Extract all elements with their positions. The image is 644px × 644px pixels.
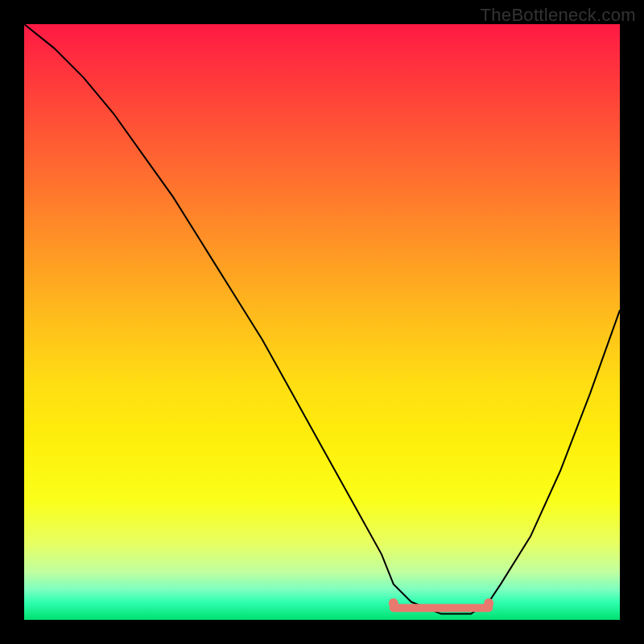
plot-area: [24, 24, 620, 620]
watermark-text: TheBottleneck.com: [481, 5, 636, 26]
chart-container: TheBottleneck.com: [0, 0, 644, 644]
curve-svg: [24, 24, 620, 620]
optimal-band-start-icon: [389, 598, 398, 608]
bottleneck-curve: [24, 24, 620, 614]
optimal-band-end-icon: [484, 598, 493, 608]
